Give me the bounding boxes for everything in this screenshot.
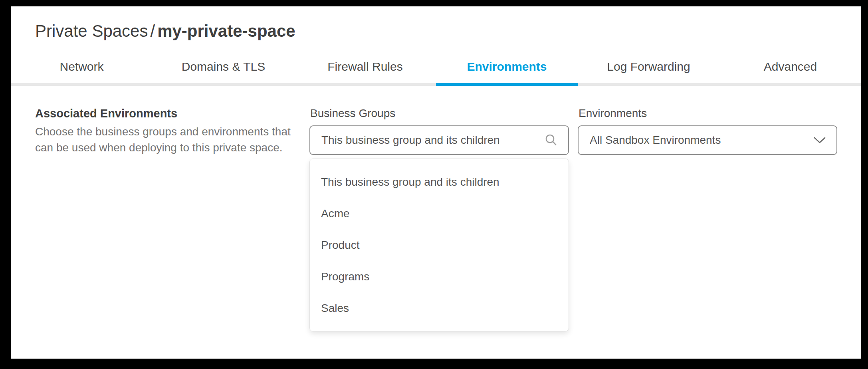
active-tab-indicator — [436, 83, 578, 86]
dropdown-option[interactable]: Acme — [310, 198, 569, 229]
business-groups-field: Business Groups This business group and … — [309, 107, 569, 155]
business-groups-value: This business group and its children — [321, 134, 544, 147]
tab-domains-tls[interactable]: Domains & TLS — [153, 60, 294, 73]
business-groups-label: Business Groups — [310, 107, 569, 120]
chevron-down-icon — [813, 137, 826, 144]
dropdown-option[interactable]: Product — [310, 229, 569, 261]
dropdown-option[interactable]: Sales — [310, 292, 569, 324]
breadcrumb: Private Spaces/my-private-space — [35, 20, 295, 42]
environments-select[interactable]: All Sandbox Environments — [578, 125, 837, 155]
section-info: Associated Environments Choose the busin… — [35, 107, 291, 156]
environments-value: All Sandbox Environments — [590, 134, 813, 147]
tab-divider — [11, 83, 861, 86]
dropdown-option[interactable]: Programs — [310, 261, 569, 292]
tab-log-forwarding[interactable]: Log Forwarding — [578, 60, 719, 73]
section-description: Choose the business groups and environme… — [35, 124, 291, 156]
tab-network[interactable]: Network — [11, 60, 153, 73]
private-space-settings-card: Private Spaces/my-private-space NetworkD… — [11, 6, 861, 359]
page-title: my-private-space — [157, 22, 295, 40]
business-groups-search-input[interactable]: This business group and its children — [309, 125, 569, 155]
screen: { "breadcrumb": { "root": "Private Space… — [0, 0, 868, 369]
business-groups-dropdown: This business group and its childrenAcme… — [309, 159, 569, 331]
environments-field: Environments All Sandbox Environments — [578, 107, 837, 155]
tab-environments[interactable]: Environments — [436, 60, 578, 73]
section-heading: Associated Environments — [35, 107, 291, 120]
tab-advanced[interactable]: Advanced — [719, 60, 861, 73]
breadcrumb-separator: / — [148, 22, 157, 40]
search-icon — [544, 133, 558, 147]
dropdown-option[interactable]: This business group and its children — [310, 166, 569, 198]
environments-label: Environments — [579, 107, 837, 120]
tab-bar: NetworkDomains & TLSFirewall RulesEnviro… — [11, 60, 861, 73]
tab-firewall-rules[interactable]: Firewall Rules — [294, 60, 436, 73]
breadcrumb-private-spaces-link[interactable]: Private Spaces — [35, 22, 148, 40]
